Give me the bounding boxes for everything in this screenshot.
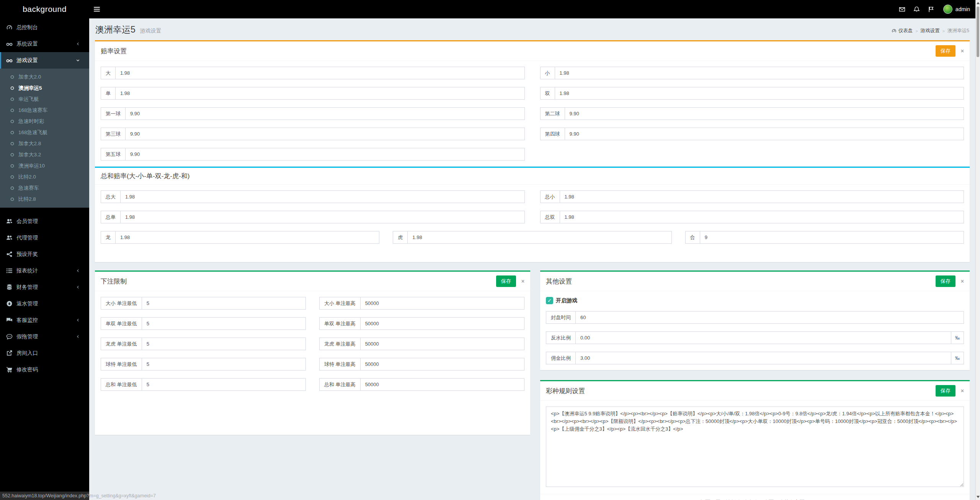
sum-input-small[interactable] — [560, 190, 964, 203]
sum-input-big[interactable] — [120, 190, 525, 203]
messages-button[interactable] — [895, 0, 910, 18]
odds-input-even[interactable] — [555, 87, 964, 100]
page-title: 澳洲幸运5 — [95, 25, 136, 34]
sidebar-item-fake-drag[interactable]: 假拖管理 — [0, 328, 89, 345]
bet-limits-collapse-button[interactable]: × — [521, 278, 524, 284]
limit-ballspecial-min[interactable] — [142, 358, 306, 370]
scrollbar-thumb[interactable] — [977, 7, 979, 57]
scrollbar-up-icon[interactable] — [976, 0, 980, 6]
sidebar-item-game-settings[interactable]: 游戏设置 — [0, 52, 89, 69]
lottery-rules-collapse-button[interactable]: × — [961, 388, 964, 394]
sum-input-odd[interactable] — [120, 211, 525, 223]
close-time-input[interactable] — [575, 311, 964, 324]
limit-dragontiger-min[interactable] — [142, 338, 306, 350]
limit-ballspecial-max[interactable] — [360, 358, 524, 370]
submenu-item-bite20[interactable]: 比特2.0 — [0, 171, 89, 182]
submenu-item-jianada20[interactable]: 加拿大2.0 — [0, 71, 89, 82]
other-settings-body: ✓ 开启游戏 封盘时间 反水比例‰ 佣金比例‰ — [540, 291, 970, 370]
circle-icon — [10, 97, 15, 102]
odds-input-small[interactable] — [555, 67, 964, 79]
circle-icon — [10, 186, 15, 190]
sidebar-item-dashboard[interactable]: 总控制台 — [0, 19, 89, 36]
submenu-item-jianada32[interactable]: 加拿大3.2 — [0, 149, 89, 160]
sidebar-item-service-monitor[interactable]: 客服监控 — [0, 312, 89, 328]
limit-sum-max[interactable] — [360, 378, 524, 391]
sum-input-tie[interactable] — [700, 231, 964, 244]
breadcrumb-current: 澳洲幸运5 — [947, 28, 969, 34]
limit-bigsmall-max[interactable] — [360, 297, 524, 310]
chevron-left-icon — [76, 285, 80, 289]
admin-menu[interactable]: admin — [956, 6, 970, 12]
sidebar-toggle-button[interactable] — [89, 0, 105, 18]
users-icon — [6, 234, 13, 241]
sidebar-item-rebate[interactable]: 返水管理 — [0, 295, 89, 312]
flag-button[interactable] — [924, 0, 939, 18]
circle-icon — [10, 86, 15, 90]
other-settings-collapse-button[interactable]: × — [961, 278, 964, 284]
limit-bigsmall-min[interactable] — [142, 297, 306, 310]
breadcrumb-dashboard[interactable]: 仪表盘 — [898, 28, 913, 34]
submenu-item-jianada28[interactable]: 加拿大2.8 — [0, 138, 89, 149]
sum-input-even[interactable] — [560, 211, 964, 223]
field-label: 单双 单注最高 — [319, 317, 360, 330]
submenu-item-jisushishicai[interactable]: 急速时时彩 — [0, 116, 89, 127]
submenu-item-aozhouxingyun5[interactable]: 澳洲幸运5 — [0, 82, 89, 93]
rules-textarea[interactable]: <p>【澳洲幸运5 9.9赔率说明】</p><p><br></p><p>【赔率说… — [546, 407, 964, 487]
lottery-rules-save-button[interactable]: 保存 — [936, 385, 956, 397]
sidebar-item-label: 总控制台 — [16, 24, 38, 31]
submenu-item-168jisufeiting[interactable]: 168急速飞艇 — [0, 127, 89, 138]
submenu-item-aozhouxingyun10[interactable]: 澳洲幸运10 — [0, 160, 89, 171]
sidebar-item-agents[interactable]: 代理管理 — [0, 230, 89, 246]
field-label: 第四球 — [540, 128, 565, 140]
sum-input-tiger[interactable] — [407, 231, 671, 244]
limit-oddeven-min[interactable] — [142, 317, 306, 330]
lottery-rules-header: 彩种规则设置 保存 × — [540, 381, 970, 401]
breadcrumb-game-settings[interactable]: 游戏设置 — [921, 28, 940, 34]
rebate-ratio-input[interactable] — [575, 331, 951, 344]
field-label: 单 — [101, 87, 115, 100]
field-label: 封盘时间 — [546, 311, 575, 324]
bottom-row: 下注限制 保存 × 大小 单注最低 大小 单注最高 单双 单注最低 — [95, 270, 970, 500]
scrollbar-down-icon[interactable] — [976, 494, 980, 500]
sidebar-item-room-entry[interactable]: 房间入口 — [0, 345, 89, 361]
submenu-item-bite28[interactable]: 比特2.8 — [0, 193, 89, 205]
odds-input-ball3[interactable] — [125, 128, 525, 140]
other-settings-save-button[interactable]: 保存 — [936, 275, 956, 287]
odds-input-ball2[interactable] — [565, 107, 964, 120]
odds-input-ball1[interactable] — [125, 107, 525, 120]
other-settings-panel: 其他设置 保存 × ✓ 开启游戏 封盘时间 — [540, 270, 970, 370]
scrollbar[interactable] — [975, 0, 980, 500]
field-label: 反水比例 — [546, 331, 575, 344]
notifications-button[interactable] — [910, 0, 924, 18]
odds-collapse-button[interactable]: × — [961, 48, 964, 54]
sidebar-item-members[interactable]: 会员管理 — [0, 213, 89, 230]
sidebar-item-preset-draw[interactable]: 预设开奖 — [0, 246, 89, 262]
share-nodes-icon — [6, 251, 13, 257]
odds-input-odd[interactable] — [115, 87, 525, 100]
submenu-item-jisusaiche[interactable]: 急速赛车 — [0, 182, 89, 193]
odds-input-big[interactable] — [115, 67, 525, 79]
sidebar-item-label: 代理管理 — [16, 234, 38, 241]
enable-game-checkbox[interactable]: ✓ 开启游戏 — [546, 297, 964, 304]
sidebar-item-finance[interactable]: 财务管理 — [0, 279, 89, 295]
hamburger-icon — [94, 6, 100, 13]
sidebar-item-system-settings[interactable]: 系统设置 — [0, 36, 89, 52]
submenu-item-168jisusaiche[interactable]: 168急速赛车 — [0, 105, 89, 116]
bet-limits-save-button[interactable]: 保存 — [496, 275, 516, 287]
sum-input-dragon[interactable] — [115, 231, 379, 244]
limit-sum-min[interactable] — [142, 378, 306, 391]
odds-input-ball5[interactable] — [125, 148, 525, 161]
commission-ratio-input[interactable] — [575, 352, 951, 364]
users-icon — [6, 218, 13, 225]
submenu-item-xingyunfeiting[interactable]: 幸运飞艇 — [0, 93, 89, 105]
lottery-rules-panel: 彩种规则设置 保存 × <p>【澳洲幸运5 9.9赔率说明】</p><p><br… — [540, 380, 970, 500]
odds-save-button[interactable]: 保存 — [936, 45, 956, 57]
avatar[interactable] — [943, 5, 952, 14]
field-label: 第一球 — [101, 107, 125, 120]
external-link-icon — [6, 350, 13, 356]
sidebar-item-change-password[interactable]: 修改密码 — [0, 361, 89, 378]
limit-dragontiger-max[interactable] — [360, 338, 524, 350]
sidebar-item-reports[interactable]: 报表统计 — [0, 262, 89, 279]
limit-oddeven-max[interactable] — [360, 317, 524, 330]
odds-input-ball4[interactable] — [565, 128, 964, 140]
